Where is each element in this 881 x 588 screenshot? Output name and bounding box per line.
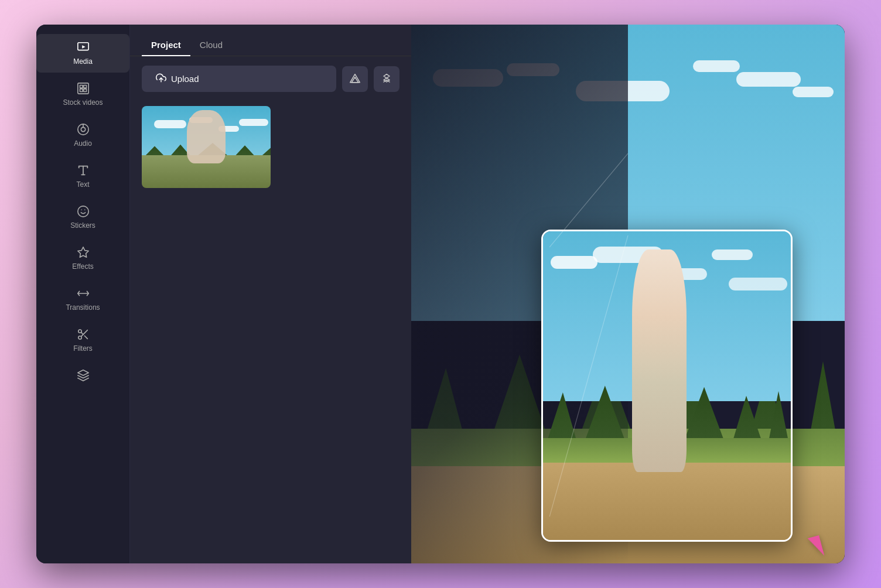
upload-icon — [156, 73, 166, 85]
svg-marker-20 — [350, 74, 360, 82]
media-thumbnail-1[interactable] — [142, 106, 271, 188]
upload-area: Upload — [130, 56, 411, 101]
sidebar-item-effects[interactable]: Effects — [36, 239, 129, 278]
svg-rect-5 — [80, 89, 83, 92]
tab-cloud[interactable]: Cloud — [190, 34, 232, 56]
audio-icon — [77, 123, 90, 136]
thumb-photo-scene — [142, 106, 271, 188]
svg-marker-15 — [77, 247, 88, 257]
sidebar-item-stickers[interactable]: Stickers — [36, 198, 129, 237]
svg-rect-6 — [83, 89, 86, 92]
filters-icon — [77, 328, 90, 341]
preview-area — [411, 25, 845, 563]
sidebar-item-transitions[interactable]: Transitions — [36, 280, 129, 319]
svg-point-12 — [77, 206, 88, 217]
sidebar-item-filters-label: Filters — [73, 344, 93, 353]
zoomed-photo[interactable] — [541, 230, 793, 542]
google-drive-button[interactable] — [342, 66, 368, 92]
svg-rect-4 — [83, 86, 86, 88]
stock-videos-icon — [77, 82, 90, 95]
sidebar-item-text[interactable]: Text — [36, 157, 129, 196]
dropbox-button[interactable] — [374, 66, 399, 92]
sidebar: Media Stock videos — [36, 25, 130, 563]
upload-button[interactable]: Upload — [142, 66, 336, 92]
sidebar-item-audio[interactable]: Audio — [36, 116, 129, 155]
tabs-header: Project Cloud — [130, 25, 411, 56]
media-panel: Project Cloud Upload — [130, 25, 411, 563]
upload-button-label: Upload — [171, 74, 199, 84]
zoomed-photo-inner — [543, 231, 791, 541]
app-container: Media Stock videos — [36, 25, 845, 563]
text-icon — [77, 164, 90, 177]
media-icon — [77, 41, 90, 54]
svg-rect-2 — [77, 83, 88, 94]
media-grid — [130, 101, 411, 193]
sidebar-item-filters[interactable]: Filters — [36, 321, 129, 360]
sidebar-item-transitions-label: Transitions — [66, 303, 100, 312]
sidebar-item-audio-label: Audio — [74, 139, 92, 148]
sidebar-item-effects-label: Effects — [72, 262, 93, 271]
sidebar-item-stock-videos[interactable]: Stock videos — [36, 75, 129, 114]
thumb-person — [187, 110, 226, 163]
svg-point-8 — [81, 127, 85, 131]
sidebar-item-stickers-label: Stickers — [70, 221, 95, 230]
sidebar-item-media[interactable]: Media — [36, 34, 129, 73]
stickers-icon — [77, 205, 90, 218]
tab-project[interactable]: Project — [142, 34, 190, 56]
effects-icon — [77, 246, 90, 259]
zoom-person — [632, 249, 687, 472]
sidebar-item-text-label: Text — [76, 180, 89, 189]
svg-marker-1 — [82, 45, 86, 49]
3d-icon — [77, 369, 90, 382]
svg-rect-3 — [80, 86, 83, 88]
sidebar-item-stock-videos-label: Stock videos — [63, 98, 103, 107]
transitions-icon — [77, 287, 90, 300]
sidebar-item-media-label: Media — [73, 57, 93, 66]
sidebar-item-3d[interactable] — [36, 362, 129, 389]
